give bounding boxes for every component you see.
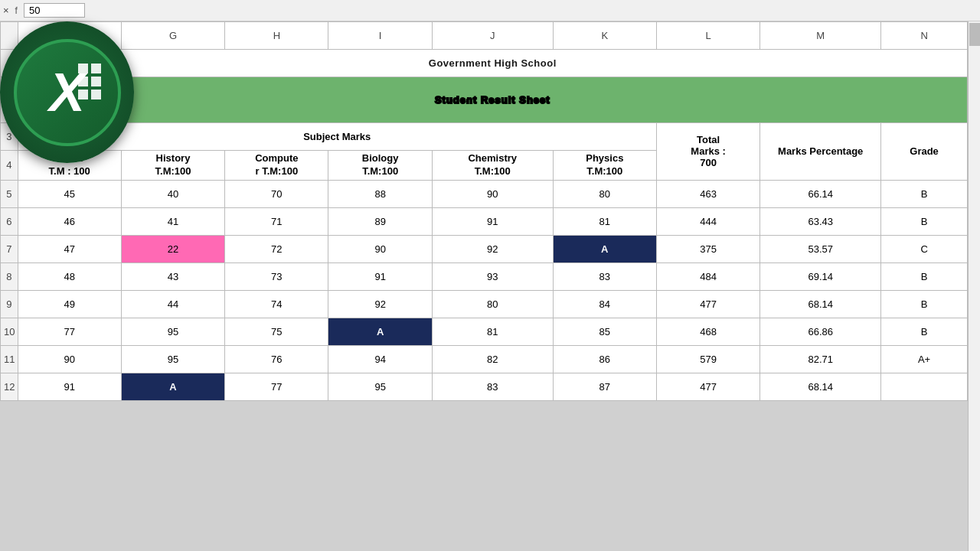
biology-val[interactable]: 94 [328,345,432,373]
biology-val[interactable]: 90 [328,235,432,262]
total-val[interactable]: 468 [656,318,760,345]
grid-cell [91,90,101,99]
computer-val[interactable]: 76 [225,345,328,373]
scrollbar-thumb[interactable] [969,23,980,46]
column-header-row: F G H I J K L M N [1,22,968,50]
chemistry-val[interactable]: 92 [432,235,553,262]
history-val[interactable]: A [121,373,224,400]
table-row: 5 45 40 70 88 90 80 463 66.14 B [1,180,968,207]
grade-val[interactable]: B [881,318,968,345]
total-val[interactable]: 477 [656,290,760,318]
grade-val[interactable] [881,373,968,400]
total-val[interactable]: 444 [656,207,760,235]
history-val[interactable]: 44 [121,290,224,318]
computer-val[interactable]: 70 [225,180,328,207]
physics-val[interactable]: 81 [553,207,656,235]
maths-val[interactable]: 47 [18,235,121,262]
maths-val[interactable]: 90 [18,345,121,373]
total-val[interactable]: 463 [656,180,760,207]
table-row: 8 48 43 73 91 93 83 484 69.14 B [1,262,968,290]
spreadsheet-area: F G H I J K L M N 1 Government High Scho… [0,21,968,551]
history-val[interactable]: 43 [121,262,224,290]
computer-val[interactable]: 77 [225,373,328,400]
pct-val[interactable]: 63.43 [760,207,881,235]
chemistry-val[interactable]: 82 [432,345,553,373]
pct-val[interactable]: 66.86 [760,318,881,345]
chemistry-val[interactable]: 93 [432,262,553,290]
formula-bar-container: × f 50 [0,0,980,21]
history-val[interactable]: 40 [121,180,224,207]
physics-val[interactable]: 83 [553,262,656,290]
row-num-6: 6 [1,207,18,235]
total-val[interactable]: 477 [656,373,760,400]
sheet-title-row: 2 Student Result Sheet [1,77,968,123]
total-val[interactable]: 375 [656,235,760,262]
school-name-cell: Government High School [18,50,967,77]
computer-val[interactable]: 71 [225,207,328,235]
physics-val[interactable]: 80 [553,180,656,207]
biology-val[interactable]: 89 [328,207,432,235]
formula-label: f [15,5,18,16]
history-val[interactable]: 41 [121,207,224,235]
col-header-m: M [760,22,881,50]
computer-val[interactable]: 74 [225,290,328,318]
maths-val[interactable]: 48 [18,262,121,290]
row-num-8: 8 [1,262,18,290]
physics-val[interactable]: 84 [553,290,656,318]
grade-val[interactable]: A+ [881,345,968,373]
col-header-rownum [1,22,18,50]
table-row: 9 49 44 74 92 80 84 477 68.14 B [1,290,968,318]
chemistry-val[interactable]: 91 [432,207,553,235]
col-header-g: G [121,22,224,50]
physics-val[interactable]: 85 [553,318,656,345]
biology-val[interactable]: A [328,318,432,345]
close-icon[interactable]: × [3,5,9,16]
maths-val[interactable]: 49 [18,290,121,318]
physics-val[interactable]: A [553,235,656,262]
physics-val[interactable]: 86 [553,345,656,373]
grade-val[interactable]: B [881,262,968,290]
total-val[interactable]: 579 [656,345,760,373]
pct-val[interactable]: 53.57 [760,235,881,262]
row-num-4: 4 [1,151,18,181]
maths-val[interactable]: 77 [18,318,121,345]
grade-val[interactable]: B [881,207,968,235]
vertical-scrollbar[interactable] [968,21,980,551]
pct-val[interactable]: 68.14 [760,290,881,318]
chemistry-val[interactable]: 90 [432,180,553,207]
computer-val[interactable]: 75 [225,318,328,345]
table-row: 10 77 95 75 A 81 85 468 66.86 B [1,318,968,345]
pct-val[interactable]: 68.14 [760,373,881,400]
grid-cell [91,77,101,86]
biology-val[interactable]: 95 [328,373,432,400]
grade-val[interactable]: B [881,290,968,318]
chemistry-val[interactable]: 80 [432,290,553,318]
chemistry-val[interactable]: 81 [432,318,553,345]
history-val[interactable]: 95 [121,345,224,373]
chemistry-header: ChemistryT.M:100 [432,151,553,181]
maths-val[interactable]: 45 [18,180,121,207]
pct-val[interactable]: 66.14 [760,180,881,207]
history-val[interactable]: 95 [121,318,224,345]
computer-val[interactable]: 72 [225,235,328,262]
excel-logo-inner: X [14,39,121,146]
col-header-i: I [328,22,432,50]
computer-val[interactable]: 73 [225,262,328,290]
maths-val[interactable]: 91 [18,373,121,400]
grade-val[interactable]: C [881,235,968,262]
physics-val[interactable]: 87 [553,373,656,400]
total-val[interactable]: 484 [656,262,760,290]
biology-val[interactable]: 92 [328,290,432,318]
formula-input[interactable]: 50 [24,3,85,18]
biology-val[interactable]: 88 [328,180,432,207]
pct-val[interactable]: 82.71 [760,345,881,373]
total-marks-header: TotalMarks :700 [656,123,760,181]
chemistry-val[interactable]: 83 [432,373,553,400]
row-num-5: 5 [1,180,18,207]
pct-val[interactable]: 69.14 [760,262,881,290]
history-val[interactable]: 22 [121,235,224,262]
grade-val[interactable]: B [881,180,968,207]
subject-marks-header-row: 3 Subject Marks TotalMarks :700 Marks Pe… [1,123,968,151]
maths-val[interactable]: 46 [18,207,121,235]
biology-val[interactable]: 91 [328,262,432,290]
